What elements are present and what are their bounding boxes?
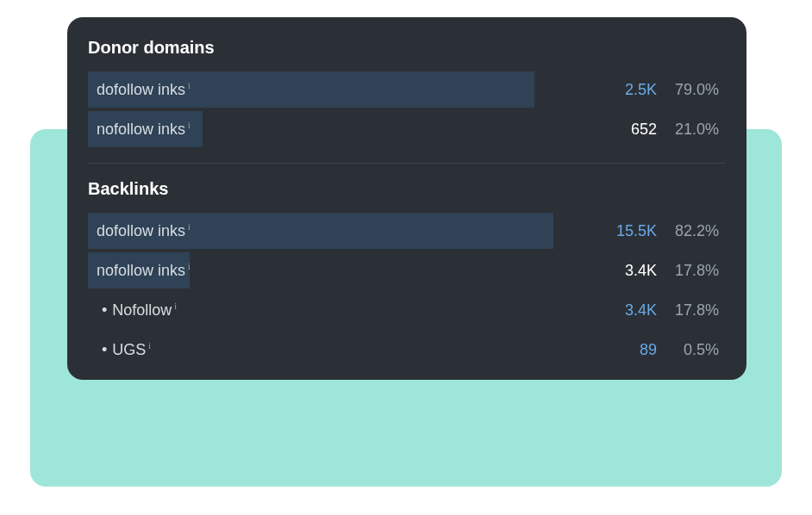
section-title-donor-domains: Donor domains bbox=[88, 38, 726, 58]
bullet-icon: • bbox=[102, 301, 107, 320]
row-label: dofollow inks i bbox=[88, 222, 191, 240]
row-percent: 0.5% bbox=[669, 341, 719, 359]
row-percent: 21.0% bbox=[669, 121, 719, 139]
info-icon[interactable]: i bbox=[188, 262, 191, 271]
row-values: 3.4K 17.8% bbox=[605, 292, 719, 328]
row-values: 652 21.0% bbox=[605, 111, 719, 147]
info-icon[interactable]: i bbox=[188, 222, 191, 232]
row-percent: 17.8% bbox=[669, 301, 719, 320]
row-count: 3.4K bbox=[605, 262, 657, 280]
row-count: 15.5K bbox=[605, 222, 657, 240]
bar-row[interactable]: dofollow inks i 15.5K 82.2% bbox=[88, 213, 726, 249]
row-label: • UGS i bbox=[88, 341, 151, 359]
bar-row[interactable]: • Nofollow i 3.4K 17.8% bbox=[88, 292, 726, 328]
row-count: 89 bbox=[605, 341, 657, 359]
info-icon[interactable]: i bbox=[148, 341, 151, 351]
row-count: 652 bbox=[605, 121, 657, 139]
row-values: 2.5K 79.0% bbox=[605, 71, 719, 108]
row-label: nofollow inks i bbox=[88, 121, 191, 139]
row-label-text: nofollow inks bbox=[97, 121, 185, 139]
row-label-text: UGS bbox=[112, 341, 146, 359]
row-values: 15.5K 82.2% bbox=[605, 213, 719, 249]
row-label: nofollow inks i bbox=[88, 262, 191, 280]
section-divider bbox=[88, 163, 726, 164]
row-count: 2.5K bbox=[605, 81, 657, 99]
info-icon[interactable]: i bbox=[188, 81, 191, 90]
row-values: 89 0.5% bbox=[605, 332, 719, 368]
bar-row[interactable]: nofollow inks i 652 21.0% bbox=[88, 111, 726, 147]
section-title-backlinks: Backlinks bbox=[88, 179, 726, 199]
bar-row[interactable]: dofollow inks i 2.5K 79.0% bbox=[88, 71, 726, 108]
row-percent: 17.8% bbox=[669, 262, 719, 280]
row-count: 3.4K bbox=[605, 301, 657, 320]
row-values: 3.4K 17.8% bbox=[605, 252, 719, 289]
row-percent: 82.2% bbox=[669, 222, 719, 240]
stats-panel: Donor domains dofollow inks i 2.5K 79.0%… bbox=[67, 17, 746, 380]
info-icon[interactable]: i bbox=[188, 121, 191, 130]
bar-row[interactable]: • UGS i 89 0.5% bbox=[88, 332, 726, 368]
row-label-text: dofollow inks bbox=[97, 81, 185, 99]
row-label-text: nofollow inks bbox=[97, 262, 185, 280]
row-percent: 79.0% bbox=[669, 81, 719, 99]
bar-row[interactable]: nofollow inks i 3.4K 17.8% bbox=[88, 252, 726, 289]
row-label-text: Nofollow bbox=[112, 301, 172, 320]
info-icon[interactable]: i bbox=[174, 301, 177, 311]
row-label: • Nofollow i bbox=[88, 301, 177, 320]
row-label-text: dofollow inks bbox=[97, 222, 185, 240]
bullet-icon: • bbox=[102, 341, 107, 359]
row-label: dofollow inks i bbox=[88, 81, 191, 99]
